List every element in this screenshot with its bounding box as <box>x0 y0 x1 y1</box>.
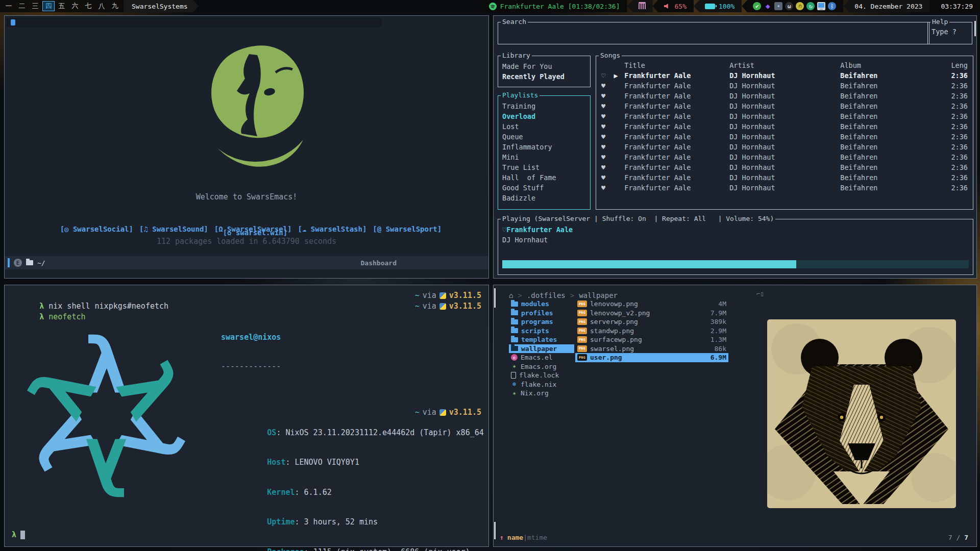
sort-direction-icon[interactable]: ↑ <box>500 534 504 541</box>
file-row[interactable]: ✶ Nix.org <box>509 389 574 398</box>
emacs-tab-bar[interactable] <box>7 18 382 27</box>
col-album[interactable]: Album <box>840 60 951 70</box>
sort-primary[interactable]: name <box>507 534 523 541</box>
tray-icon[interactable]: ◆ <box>764 2 772 10</box>
workspace-button[interactable]: 七 <box>82 2 95 11</box>
song-row[interactable]: ♥ Frankfurter Aale DJ Hornhaut Beifahren… <box>596 183 973 193</box>
playlist-item[interactable]: Queue <box>502 132 590 142</box>
heart-icon[interactable]: ♥ <box>601 172 614 183</box>
heart-icon[interactable]: ♥ <box>601 142 614 152</box>
song-row[interactable]: ♥ Frankfurter Aale DJ Hornhaut Beifahren… <box>596 111 973 121</box>
song-row[interactable]: ♥ Frankfurter Aale DJ Hornhaut Beifahren… <box>596 101 973 111</box>
workspace-button[interactable]: 四 <box>42 1 55 11</box>
song-row[interactable]: ♥ Frankfurter Aale DJ Hornhaut Beifahren… <box>596 91 973 101</box>
tray-icon[interactable]: ᛒ <box>828 2 836 10</box>
tray-icon[interactable] <box>817 2 825 10</box>
file-row[interactable]: wallpaper <box>509 344 574 354</box>
heart-icon[interactable]: ♥ <box>601 81 614 91</box>
scrollbar-indicator[interactable] <box>494 522 496 539</box>
file-row[interactable]: PNG lenovowp_v2.png 7.9M <box>575 309 728 318</box>
workspace-button[interactable]: 三 <box>29 2 42 11</box>
song-row[interactable]: ♥ Frankfurter Aale DJ Hornhaut Beifahren… <box>596 152 973 162</box>
playlist-item[interactable]: Training <box>502 101 590 111</box>
file-row[interactable]: PNG serverwp.png 389k <box>575 317 728 327</box>
sort-secondary[interactable]: mtime <box>527 534 547 541</box>
library-item[interactable]: Made For You <box>502 61 590 71</box>
playing-marker-icon <box>614 81 625 91</box>
playlist-item[interactable]: Hall of Fame <box>502 172 590 183</box>
playlist-item[interactable]: Mini <box>502 152 590 162</box>
tray-icon[interactable]: ↻ <box>806 2 815 10</box>
breadcrumb-item[interactable]: ⌂ <box>509 291 513 299</box>
file-row[interactable]: PNG lenovowp.png 4M <box>575 299 728 309</box>
heart-icon[interactable]: ♥ <box>601 162 614 172</box>
search-box[interactable]: Search <box>498 22 929 44</box>
workspace-button[interactable]: 八 <box>95 2 108 11</box>
shell-prompt[interactable]: λ <box>12 530 25 539</box>
file-row[interactable]: ✶ Emacs.org <box>509 362 574 371</box>
player-scrollbar[interactable] <box>974 21 976 36</box>
playlist-item[interactable]: Badizzle <box>502 193 590 203</box>
song-row[interactable]: ♡ ▶ Frankfurter Aale DJ Hornhaut Beifahr… <box>596 70 973 81</box>
library-item[interactable]: Recently Played <box>502 71 590 82</box>
file-row[interactable]: ❄ flake.nix <box>509 380 574 389</box>
col-length[interactable]: Leng <box>951 60 973 70</box>
file-row[interactable]: templates <box>509 335 574 344</box>
playlist-item[interactable]: Overload <box>502 111 590 121</box>
file-row[interactable]: flake.lock <box>509 371 574 380</box>
field-value: 3 hours, 52 mins <box>304 517 378 527</box>
workspace-button[interactable]: 二 <box>15 2 29 11</box>
heart-icon[interactable]: ♥ <box>601 121 614 132</box>
song-artist: DJ Hornhaut <box>729 162 840 172</box>
building-segment[interactable] <box>627 0 653 12</box>
song-album: Beifahren <box>840 70 951 81</box>
file-type-icon: PNG <box>577 318 587 325</box>
playlist-item[interactable]: True List <box>502 162 590 172</box>
song-row[interactable]: ♥ Frankfurter Aale DJ Hornhaut Beifahren… <box>596 132 973 142</box>
tray-icon[interactable]: ∩ <box>796 2 804 10</box>
workspace-button[interactable]: 一 <box>2 2 15 11</box>
file-row[interactable]: PNG surfacewp.png 1.3M <box>575 335 728 344</box>
col-artist[interactable]: Artist <box>729 60 840 70</box>
playlist-item[interactable]: Good Stuff <box>502 183 590 193</box>
breadcrumb-item[interactable]: wallpaper <box>570 291 618 299</box>
file-row[interactable]: modules <box>509 299 574 309</box>
terminal-window[interactable]: λ nix shell nixpkgs#neofetch ~ via v3.11… <box>4 285 489 547</box>
tray-icon[interactable]: ✔ <box>753 2 761 10</box>
file-row[interactable]: PNG standwp.png 2.9M <box>575 327 728 336</box>
volume-segment[interactable]: 65% <box>653 0 694 12</box>
heart-icon[interactable]: ♡ <box>601 70 614 81</box>
playlist-item[interactable]: Inflammatory <box>502 142 590 152</box>
song-row[interactable]: ♥ Frankfurter Aale DJ Hornhaut Beifahren… <box>596 81 973 91</box>
col-title[interactable]: Title <box>624 60 729 70</box>
heart-icon[interactable]: ♥ <box>601 152 614 162</box>
now-playing-segment[interactable]: Frankfurter Aale [01:38/02:36] <box>478 0 627 12</box>
seek-bar[interactable] <box>502 260 969 268</box>
song-row[interactable]: ♥ Frankfurter Aale DJ Hornhaut Beifahren… <box>596 121 973 132</box>
playlist-item[interactable]: Lost <box>502 121 590 132</box>
workspace-button[interactable]: 五 <box>55 2 68 11</box>
song-row[interactable]: ♥ Frankfurter Aale DJ Hornhaut Beifahren… <box>596 172 973 183</box>
heart-icon[interactable]: ♥ <box>601 111 614 121</box>
song-row[interactable]: ♥ Frankfurter Aale DJ Hornhaut Beifahren… <box>596 162 973 172</box>
workspace-button[interactable]: 九 <box>108 2 121 11</box>
breadcrumb-item[interactable]: .dotfiles <box>518 291 565 299</box>
file-row[interactable]: programs <box>509 317 574 327</box>
tray-icon[interactable]: ω <box>785 2 793 10</box>
file-row[interactable]: PNG swarsel.png 86k <box>575 344 728 354</box>
workspace-button[interactable]: 六 <box>68 2 82 11</box>
heart-icon[interactable]: ♥ <box>601 91 614 101</box>
swarsel-win-link[interactable]: [✿ swarsel.win] <box>223 229 287 237</box>
heart-icon[interactable]: ♥ <box>601 183 614 193</box>
battery-segment[interactable]: 100% <box>694 0 742 12</box>
scrollbar-indicator[interactable] <box>494 288 496 308</box>
file-row[interactable]: profiles <box>509 309 574 318</box>
tray-icon[interactable]: ✶ <box>774 2 782 10</box>
heart-outline-icon[interactable]: ♡ <box>502 226 506 234</box>
heart-icon[interactable]: ♥ <box>601 132 614 142</box>
song-row[interactable]: ♥ Frankfurter Aale DJ Hornhaut Beifahren… <box>596 142 973 152</box>
file-row[interactable]: e Emacs.el <box>509 353 574 362</box>
heart-icon[interactable]: ♥ <box>601 101 614 111</box>
file-row[interactable]: PNG user.png 6.9M <box>575 353 728 362</box>
file-row[interactable]: scripts <box>509 327 574 336</box>
